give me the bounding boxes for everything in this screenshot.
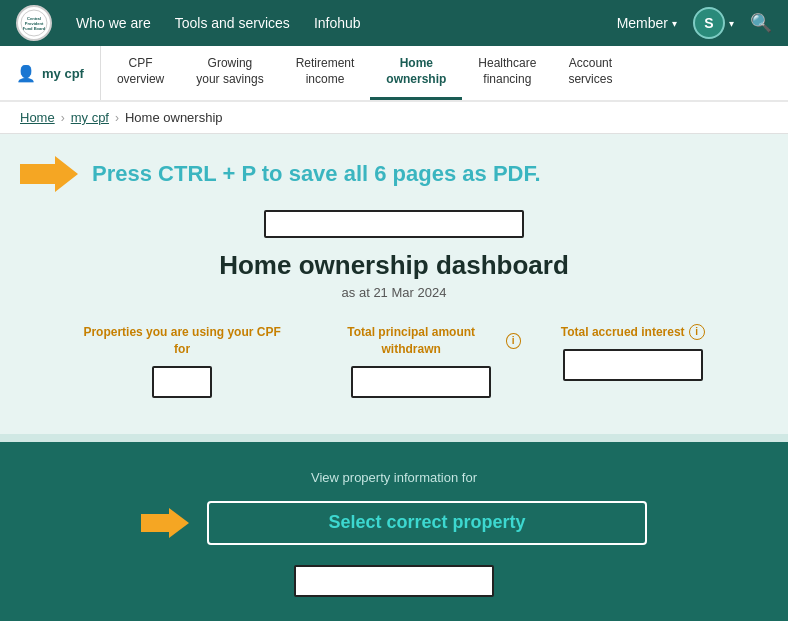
nav-who-we-are[interactable]: Who we are: [76, 15, 151, 31]
stat-properties-label: Properties you are using your CPFfor: [83, 324, 280, 358]
user-profile[interactable]: S ▾: [693, 7, 734, 39]
property-bottom-input-box[interactable]: [294, 565, 494, 597]
svg-marker-4: [20, 156, 78, 192]
stat-principal-label: Total principal amount withdrawn i: [321, 324, 521, 358]
cpf-logo: Central Provident Fund Board: [16, 5, 52, 41]
stat-accrued-interest: Total accrued interest i: [561, 324, 705, 381]
principal-info-icon[interactable]: i: [506, 333, 521, 349]
svg-marker-5: [141, 508, 189, 538]
member-chevron-icon: ▾: [672, 18, 677, 29]
property-select-row: Select correct property: [20, 501, 768, 545]
subnav-account-services[interactable]: Accountservices: [552, 46, 628, 100]
select-property-button[interactable]: Select correct property: [207, 501, 647, 545]
logo-area[interactable]: Central Provident Fund Board: [16, 5, 52, 41]
stats-row: Properties you are using your CPFfor Tot…: [20, 324, 768, 398]
top-nav-right: Member ▾ S ▾ 🔍: [617, 7, 772, 39]
subnav-growing-savings[interactable]: Growingyour savings: [180, 46, 279, 100]
stat-properties-value: [152, 366, 212, 398]
pdf-arrow-icon: [20, 154, 80, 194]
stat-accrued-value: [563, 349, 703, 381]
subnav-retirement-income[interactable]: Retirementincome: [280, 46, 371, 100]
header-input-box[interactable]: [264, 210, 524, 238]
member-label: Member: [617, 15, 668, 31]
svg-text:Fund Board: Fund Board: [23, 26, 46, 31]
main-content: Press CTRL + P to save all 6 pages as PD…: [0, 134, 788, 434]
top-navigation: Central Provident Fund Board Who we are …: [0, 0, 788, 46]
property-arrow-icon: [141, 506, 191, 540]
header-input-row: [20, 210, 768, 238]
top-nav-links: Who we are Tools and services Infohub: [76, 15, 593, 31]
my-cpf-link[interactable]: 👤 my cpf: [16, 46, 101, 100]
stat-principal-value: [351, 366, 491, 398]
pdf-hint-banner: Press CTRL + P to save all 6 pages as PD…: [20, 154, 768, 194]
pdf-hint-text: Press CTRL + P to save all 6 pages as PD…: [92, 161, 541, 187]
breadcrumb-home[interactable]: Home: [20, 110, 55, 125]
breadcrumb-my-cpf[interactable]: my cpf: [71, 110, 109, 125]
sub-navigation: 👤 my cpf CPFoverview Growingyour savings…: [0, 46, 788, 102]
dashboard-title: Home ownership dashboard: [20, 250, 768, 281]
breadcrumb-sep-2: ›: [115, 111, 119, 125]
my-cpf-label: my cpf: [42, 66, 84, 81]
section-divider: [0, 434, 788, 442]
search-icon[interactable]: 🔍: [750, 12, 772, 34]
nav-tools-services[interactable]: Tools and services: [175, 15, 290, 31]
member-menu[interactable]: Member ▾: [617, 15, 677, 31]
view-property-label: View property information for: [20, 470, 768, 485]
user-chevron-icon: ▾: [729, 18, 734, 29]
subnav-healthcare-financing[interactable]: Healthcarefinancing: [462, 46, 552, 100]
breadcrumb: Home › my cpf › Home ownership: [0, 102, 788, 134]
dashboard-date: as at 21 Mar 2024: [20, 285, 768, 300]
subnav-cpf-overview[interactable]: CPFoverview: [101, 46, 180, 100]
nav-infohub[interactable]: Infohub: [314, 15, 361, 31]
accrued-info-icon[interactable]: i: [689, 324, 705, 340]
select-property-label: Select correct property: [328, 512, 525, 533]
stat-accrued-label: Total accrued interest i: [561, 324, 705, 341]
breadcrumb-current: Home ownership: [125, 110, 223, 125]
stat-principal-amount: Total principal amount withdrawn i: [321, 324, 521, 398]
property-section: View property information for Select cor…: [0, 442, 788, 621]
stat-properties-count: Properties you are using your CPFfor: [83, 324, 280, 398]
user-icon: 👤: [16, 64, 36, 83]
sub-nav-items: CPFoverview Growingyour savings Retireme…: [101, 46, 772, 100]
property-bottom-row: [20, 565, 768, 597]
subnav-home-ownership[interactable]: Homeownership: [370, 46, 462, 100]
avatar: S: [693, 7, 725, 39]
breadcrumb-sep-1: ›: [61, 111, 65, 125]
